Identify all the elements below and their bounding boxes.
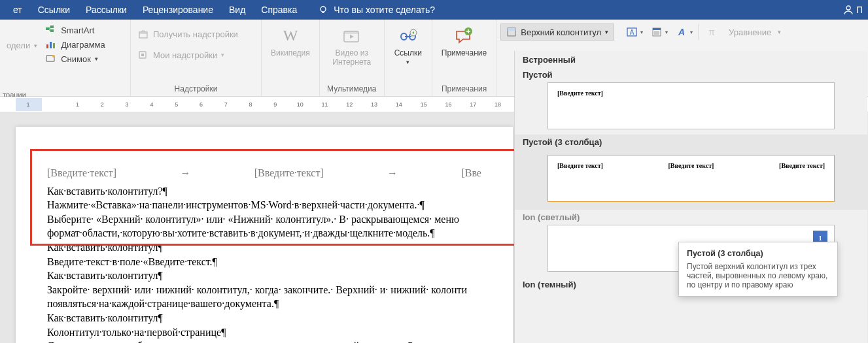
menu-item-help[interactable]: Справка (253, 0, 305, 20)
online-video-label: Видео из Интернета (329, 48, 375, 67)
body-text-line[interactable]: Нажмите·«Вставка»·на·панели·инструментов… (47, 198, 481, 212)
smartart-icon (45, 25, 57, 35)
svg-rect-20 (405, 36, 411, 37)
body-text-line[interactable]: Как·вставить·колонтитул¶ (47, 269, 481, 283)
menu-bar: ет Ссылки Рассылки Рецензирование Вид Сп… (0, 0, 868, 20)
header-dropdown-label: Верхний колонтитул (521, 27, 601, 37)
chart-icon (45, 39, 57, 50)
svg-rect-24 (508, 28, 515, 31)
ruler-tick: 10 (288, 101, 313, 108)
body-text-line[interactable]: Дважды·щелкните·область·верхнего·или·ниж… (47, 339, 481, 343)
ruler-tick: 6 (189, 101, 214, 108)
svg-marker-16 (350, 35, 354, 39)
link-icon (398, 26, 419, 47)
svg-text:A: A (678, 27, 685, 37)
ruler-tick: 3 (114, 101, 139, 108)
ruler-tick: 15 (411, 101, 436, 108)
models-label: одели (7, 41, 30, 50)
chevron-down-icon: ▾ (95, 56, 98, 62)
chevron-down-icon: ▾ (665, 29, 668, 35)
gallery-item-label: Пустой (3 столбца) (515, 135, 867, 150)
chart-button[interactable]: Диаграмма (43, 38, 108, 51)
body-text-line[interactable]: Выберите· «Верхний· колонтитул»· или· «Н… (47, 212, 481, 227)
ruler-tick: 13 (362, 101, 387, 108)
menu-item-review[interactable]: Рецензирование (135, 0, 221, 20)
get-addins-label: Получить надстройки (153, 29, 238, 39)
models-button[interactable]: одели ▾ (4, 39, 40, 52)
svg-rect-17 (344, 31, 358, 34)
svg-rect-5 (50, 29, 54, 32)
get-addins-button[interactable]: Получить надстройки (135, 27, 241, 41)
svg-point-0 (321, 7, 326, 12)
header-field-left[interactable]: [Введите·текст] (47, 166, 116, 180)
ruler-tick: 2 (90, 101, 114, 108)
ruler-tick: 9 (263, 101, 288, 108)
body-text-line[interactable]: появляться·на·каждой·странице·вашего·док… (47, 297, 481, 311)
svg-rect-3 (46, 27, 49, 30)
menu-item-links[interactable]: Ссылки (30, 0, 78, 20)
wikipedia-label: Википедия (271, 48, 310, 57)
body-text-line[interactable]: Колонтитул·только·на·первой·странице¶ (47, 325, 481, 340)
group-label-empty2 (389, 83, 428, 96)
tab-arrow-icon: → (180, 166, 190, 180)
smartart-label: SmartArt (61, 25, 94, 35)
menu-item-partial[interactable]: ет (5, 0, 30, 20)
document-page[interactable]: [Введите·текст] → [Введите·текст] → [Вве… (16, 127, 513, 343)
wordart-button[interactable]: A▾ (673, 24, 695, 41)
gallery-item-blank-3col[interactable]: [Введите текст] [Введите текст] [Введите… (547, 155, 835, 202)
header-field-right[interactable]: [Вве (461, 166, 481, 180)
addins-icon (137, 50, 149, 60)
ruler-tick: 14 (387, 101, 411, 108)
screenshot-icon (45, 54, 57, 64)
ruler-tick: 18 (485, 101, 510, 108)
online-video-button[interactable]: Видео из Интернета (324, 24, 380, 69)
tell-me-search[interactable]: Что вы хотите сделать? (310, 0, 443, 20)
group-label-empty1 (266, 83, 315, 96)
body-text-line[interactable]: Закройте· верхний· или· нижний· колонтит… (47, 283, 481, 297)
user-icon[interactable] (843, 5, 854, 15)
textbox-button[interactable]: A▾ (623, 24, 646, 41)
links-button[interactable]: Ссылки ▾ (389, 24, 428, 68)
group-label-media: Мультимедиа (324, 83, 380, 96)
ruler-tick: 7 (213, 101, 238, 108)
svg-rect-4 (50, 25, 54, 28)
wikipedia-button[interactable]: W Википедия (266, 24, 315, 60)
new-comment-button[interactable]: Примечание (436, 24, 492, 60)
menu-item-view[interactable]: Вид (221, 0, 253, 20)
gallery-item-label: Пустой (515, 67, 867, 82)
body-text-line[interactable]: Введите·текст·в·поле·«Введите·текст.¶ (47, 255, 481, 269)
body-text-line[interactable]: формат·области,·которую·вы·хотите·встави… (47, 226, 481, 240)
body-text-line[interactable]: Как·вставить·колонтитул¶ (47, 311, 481, 325)
ruler-tick: 1 (16, 101, 41, 108)
body-text-line[interactable]: Как·вставить·колонтитул?¶ (47, 184, 481, 199)
store-icon (137, 29, 149, 39)
page-header-area[interactable]: [Введите·текст] → [Введите·текст] → [Вве (47, 166, 481, 180)
chevron-down-icon: ▾ (605, 29, 608, 35)
svg-rect-8 (53, 43, 55, 48)
smartart-button[interactable]: SmartArt (43, 24, 108, 37)
chevron-down-icon: ▾ (690, 29, 693, 35)
equation-label-button[interactable]: Уравнение▾ (726, 26, 784, 39)
tab-arrow-icon: → (387, 166, 398, 180)
tooltip-title: Пустой (3 столбца) (687, 249, 829, 258)
header-dropdown-button[interactable]: Верхний колонтитул ▾ (500, 24, 614, 41)
ruler-tick: 16 (436, 101, 461, 108)
equation-button[interactable]: π (701, 24, 723, 41)
my-addins-button[interactable]: Мои надстройки ▾ (135, 48, 241, 61)
svg-rect-28 (653, 28, 661, 30)
header-field-center[interactable]: [Введите·текст] (254, 166, 324, 180)
gallery-item-blank[interactable]: [Введите текст] (547, 82, 835, 129)
svg-text:A: A (630, 29, 634, 36)
menu-item-mailings[interactable]: Рассылки (78, 0, 135, 20)
tooltip-body: Пустой верхний колонтитул из трех частей… (687, 262, 829, 289)
video-icon (341, 26, 362, 47)
thumb-placeholder: [Введите текст] (557, 162, 603, 169)
svg-rect-13 (141, 54, 144, 56)
screenshot-button[interactable]: Снимок ▾ (43, 52, 108, 65)
chevron-down-icon: ▾ (34, 42, 37, 49)
ruler-tick: 17 (460, 101, 485, 108)
quickparts-button[interactable]: ▾ (648, 24, 670, 41)
equation-label: Уравнение (729, 27, 771, 37)
body-text-line[interactable]: Как·вставить·колонтитул¶ (47, 240, 481, 255)
gallery-category-label: Встроенный (515, 51, 867, 67)
